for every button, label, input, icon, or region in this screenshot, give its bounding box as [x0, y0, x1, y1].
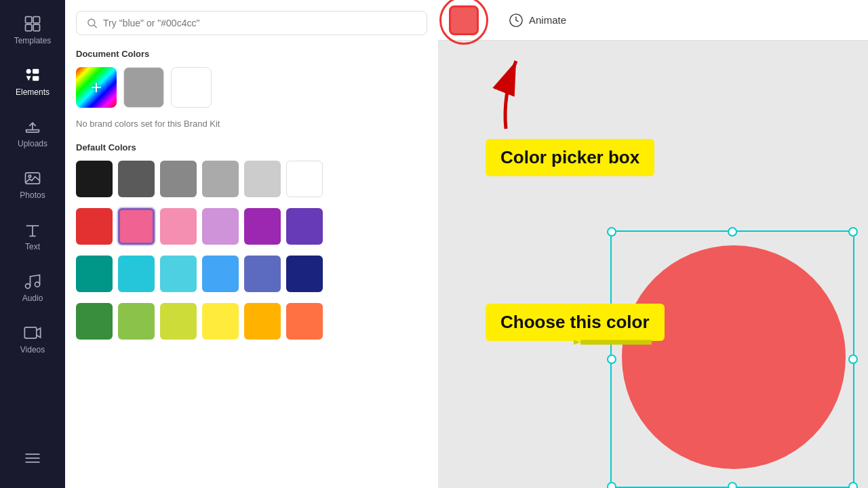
no-brand-colors-text: No brand colors set for this Brand Kit — [76, 119, 427, 129]
resize-handle-br[interactable] — [848, 482, 858, 488]
svg-point-15 — [88, 19, 95, 26]
svg-line-16 — [94, 25, 97, 28]
default-colors-row4 — [76, 303, 427, 340]
add-color-button[interactable] — [76, 67, 117, 108]
sidebar-item-videos-label: Videos — [20, 345, 45, 354]
svg-rect-6 — [33, 76, 39, 81]
color-green[interactable] — [76, 303, 113, 340]
color-indigo[interactable] — [244, 256, 281, 292]
sidebar-item-elements[interactable]: Elements — [5, 57, 60, 106]
document-colors-title: Document Colors — [76, 49, 427, 59]
search-input[interactable] — [103, 18, 417, 28]
color-red[interactable] — [76, 208, 113, 245]
resize-handle-rm[interactable] — [848, 354, 858, 364]
sidebar-item-photos-label: Photos — [20, 190, 45, 200]
color-white[interactable] — [286, 161, 323, 197]
color-orange[interactable] — [286, 303, 323, 340]
sidebar: Templates Elements Uploads Photos Text — [0, 0, 65, 488]
arrow-annotation — [465, 47, 533, 138]
canvas-content: Color picker box Choose this color — [438, 41, 868, 488]
default-colors-row2 — [76, 208, 427, 245]
color-cyan[interactable] — [118, 256, 155, 292]
animate-icon — [509, 13, 524, 28]
color-light-green[interactable] — [118, 303, 155, 340]
sidebar-item-videos[interactable]: Videos — [5, 314, 60, 363]
resize-handle-bl[interactable] — [607, 482, 616, 488]
svg-point-4 — [26, 69, 31, 74]
color-deep-purple[interactable] — [286, 208, 323, 245]
doc-color-gray[interactable] — [123, 67, 164, 108]
sidebar-item-uploads[interactable]: Uploads — [5, 108, 60, 157]
circle-shape — [622, 245, 846, 469]
color-gray[interactable] — [160, 161, 197, 197]
svg-rect-3 — [33, 24, 39, 30]
toolbar: Animate — [438, 0, 868, 41]
sidebar-item-photos[interactable]: Photos — [5, 160, 60, 209]
svg-point-9 — [26, 284, 31, 289]
search-bar[interactable] — [76, 11, 427, 35]
sidebar-item-audio[interactable]: Audio — [5, 263, 60, 312]
sidebar-item-templates-label: Templates — [14, 36, 52, 45]
color-light-cyan[interactable] — [160, 256, 197, 292]
color-yellow[interactable] — [202, 303, 239, 340]
color-dark-gray[interactable] — [118, 161, 155, 197]
color-lime[interactable] — [160, 303, 197, 340]
default-colors-title: Default Colors — [76, 142, 427, 152]
default-colors-row3 — [76, 256, 427, 292]
color-light-gray[interactable] — [244, 161, 281, 197]
color-pink-selected[interactable] — [118, 208, 155, 245]
color-picker-wrapper — [449, 5, 479, 35]
color-medium-gray[interactable] — [202, 161, 239, 197]
svg-rect-11 — [24, 327, 37, 338]
sidebar-item-more[interactable] — [5, 434, 60, 483]
sidebar-item-uploads-label: Uploads — [18, 139, 47, 148]
svg-rect-0 — [26, 17, 32, 23]
color-light-purple[interactable] — [202, 208, 239, 245]
sidebar-item-text[interactable]: Text — [5, 211, 60, 260]
default-colors-row1 — [76, 161, 427, 197]
sidebar-item-elements-label: Elements — [16, 87, 50, 97]
svg-point-8 — [28, 175, 31, 178]
resize-handle-bm[interactable] — [728, 482, 737, 488]
color-teal[interactable] — [76, 256, 113, 292]
svg-point-10 — [35, 282, 40, 287]
color-black[interactable] — [76, 161, 113, 197]
color-panel: Document Colors No brand colors set for … — [65, 0, 438, 488]
canvas-area: Animate Color picker box Choose this col… — [438, 0, 868, 488]
color-picker-button[interactable] — [449, 5, 479, 35]
doc-color-white[interactable] — [171, 67, 212, 108]
color-light-pink[interactable] — [160, 208, 197, 245]
resize-handle-tl[interactable] — [607, 227, 616, 237]
resize-handle-tr[interactable] — [848, 227, 858, 237]
svg-rect-1 — [33, 17, 39, 23]
sidebar-item-text-label: Text — [25, 242, 40, 251]
document-colors-row — [76, 67, 427, 108]
color-purple[interactable] — [244, 208, 281, 245]
animate-button[interactable]: Animate — [509, 13, 566, 28]
search-icon — [86, 17, 98, 29]
svg-rect-5 — [33, 69, 39, 74]
sidebar-item-audio-label: Audio — [22, 293, 43, 303]
sidebar-item-templates[interactable]: Templates — [5, 5, 60, 54]
color-navy[interactable] — [286, 256, 323, 292]
resize-handle-tm[interactable] — [728, 227, 737, 237]
choose-arrow-annotation — [574, 322, 655, 365]
animate-label: Animate — [529, 14, 566, 26]
svg-rect-2 — [26, 24, 32, 30]
color-picker-box-annotation: Color picker box — [486, 139, 654, 176]
color-light-blue[interactable] — [202, 256, 239, 292]
color-amber[interactable] — [244, 303, 281, 340]
